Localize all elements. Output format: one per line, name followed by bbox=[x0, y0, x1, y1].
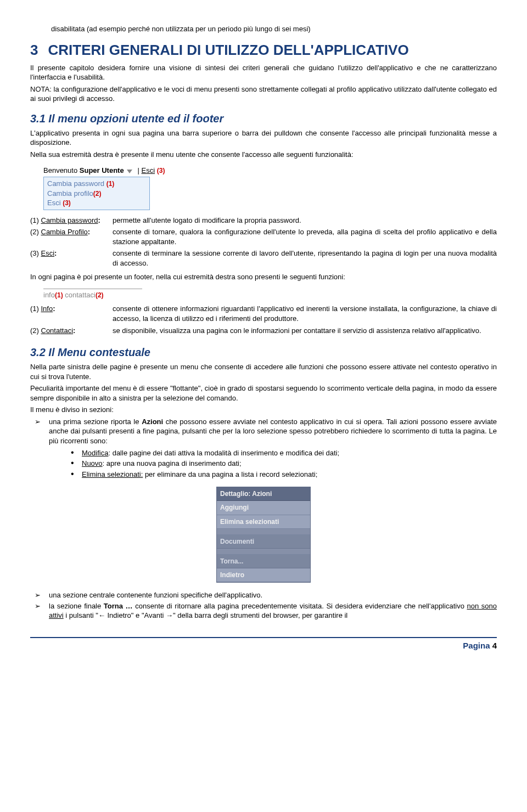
b2-u: Elimina selezionati: bbox=[82, 470, 143, 478]
def1-key: Cambia password bbox=[41, 216, 98, 224]
a3-m1: consente di ritornare alla pagina preced… bbox=[133, 602, 467, 610]
ctx-item-aggiungi[interactable]: Aggiungi bbox=[217, 501, 310, 515]
fdef1-pre: (1) bbox=[30, 304, 41, 313]
ctx-header: Dettaglio: Azioni bbox=[217, 487, 310, 501]
def2-pre: (2) bbox=[30, 228, 41, 236]
page-label: Pagina bbox=[463, 641, 492, 650]
bullet-modifica: Modifica: dalle pagine dei dati attiva l… bbox=[71, 448, 497, 458]
def2-key: Cambia Profilo bbox=[41, 228, 88, 236]
welcome-name: Super Utente bbox=[80, 166, 124, 174]
definitions-2: (1) Info: consente di ottenere informazi… bbox=[30, 304, 497, 337]
annot-3: (3) bbox=[157, 167, 165, 174]
intro-note: NOTA: la configurazione dell'applicativo… bbox=[30, 84, 497, 104]
bullet-elimina: Elimina selezionati: per eliminare da un… bbox=[71, 470, 497, 480]
heading-1: 3CRITERI GENERALI DI UTILIZZO DELL'APPLI… bbox=[30, 41, 497, 60]
annot-3b: (3) bbox=[63, 199, 71, 207]
p8: Il menu è diviso in sezioni: bbox=[30, 405, 497, 415]
section-list-2: una sezione centrale contenente funzioni… bbox=[30, 590, 497, 621]
f-annot-2: (2) bbox=[96, 291, 104, 299]
esci-top-link[interactable]: Esci bbox=[142, 166, 155, 174]
fdef2-post: : bbox=[73, 326, 75, 335]
p6: Nella parte sinistra delle pagine è pres… bbox=[30, 362, 497, 381]
ctx-section-documenti: Documenti bbox=[217, 535, 310, 549]
heading-3-2: 3.2 Il Menu contestuale bbox=[30, 345, 497, 360]
page-footer: Pagina 4 bbox=[30, 637, 497, 651]
def3-post: : bbox=[54, 249, 57, 257]
b2-r: per eliminare da una pagina a lista i re… bbox=[143, 470, 317, 478]
arrow1-bold: Azioni bbox=[142, 418, 163, 426]
b1-r: : apre una nuova pagina di inserimento d… bbox=[103, 459, 242, 467]
fdef1-post: : bbox=[53, 304, 55, 313]
def1-post: : bbox=[98, 216, 100, 224]
fdef2-val: se disponibile, visualizza una pagina co… bbox=[113, 326, 497, 338]
contattaci-link[interactable]: contattaci bbox=[65, 291, 96, 299]
def2-post: : bbox=[88, 228, 90, 236]
user-menu-dropdown: Cambia password (1) Cambia profilo(2) Es… bbox=[43, 177, 150, 210]
bullet-list: Modifica: dalle pagine dei dati attiva l… bbox=[49, 448, 497, 480]
heading-3-1: 3.1 Il menu opzioni utente ed il footer bbox=[30, 111, 497, 126]
fdef1-key: Info bbox=[41, 304, 53, 313]
definitions-1: (1) Cambia password: permette all'utente… bbox=[30, 216, 497, 270]
intro-p1: Il presente capitolo desidera fornire un… bbox=[30, 63, 497, 82]
ctx-separator-2 bbox=[217, 549, 310, 555]
a3-b1: Torna … bbox=[104, 602, 133, 610]
menu-item-cambia-password[interactable]: Cambia password bbox=[47, 179, 104, 188]
def2-val: consente di tornare, qualora la configur… bbox=[113, 227, 497, 249]
def1-val: permette all'utente logato di modificare… bbox=[113, 216, 497, 228]
fdef1-val: consente di ottenere informazioni riguar… bbox=[113, 304, 497, 325]
h1-text: CRITERI GENERALI DI UTILIZZO DELL'APPLIC… bbox=[48, 42, 408, 58]
arrow-item-2: una sezione centrale contenente funzioni… bbox=[32, 590, 497, 600]
menu-item-esci[interactable]: Esci bbox=[47, 199, 61, 207]
p5: In ogni pagina è poi presente un footer,… bbox=[30, 272, 497, 282]
f-annot-1: (1) bbox=[55, 291, 63, 299]
fdef2-key: Contattaci bbox=[41, 326, 74, 335]
b1-u: Nuovo bbox=[82, 459, 103, 467]
bullet-nuovo: Nuovo: apre una nuova pagina di inserime… bbox=[71, 459, 497, 469]
annot-2: (2) bbox=[93, 190, 102, 198]
h1-number: 3 bbox=[30, 42, 38, 58]
b0-r: : dalle pagine dei dati attiva la modali… bbox=[108, 449, 339, 457]
ctx-separator bbox=[217, 529, 310, 535]
welcome-pre: Benvenuto bbox=[43, 166, 80, 174]
a3-pre: la sezione finale bbox=[49, 602, 104, 610]
arrow-item-3: la sezione finale Torna … consente di ri… bbox=[32, 601, 497, 621]
p7: Peculiarità importante del menu è di ess… bbox=[30, 384, 497, 403]
annot-1: (1) bbox=[106, 180, 115, 188]
ctx-item-elimina[interactable]: Elimina selezionati bbox=[217, 515, 310, 529]
arrow1-pre: una prima sezione riporta le bbox=[49, 418, 142, 426]
def1-pre: (1) bbox=[30, 216, 41, 224]
orphan-line: disabilitata (ad esempio perché non util… bbox=[51, 24, 497, 34]
def3-val: consente di terminare la sessione corren… bbox=[113, 249, 497, 270]
p4: Nella sua estremità destra è presente il… bbox=[30, 150, 497, 160]
def3-pre: (3) bbox=[30, 249, 41, 257]
ctx-item-indietro[interactable]: Indietro bbox=[217, 568, 310, 582]
p3: L'applicativo presenta in ogni sua pagin… bbox=[30, 128, 497, 148]
user-menu-screenshot: Benvenuto Super Utente | Esci (3) Cambia… bbox=[43, 166, 497, 210]
info-link[interactable]: info bbox=[43, 291, 55, 299]
context-menu-screenshot: Dettaglio: Azioni Aggiungi Elimina selez… bbox=[30, 487, 497, 583]
section-list: una prima sezione riporta le Azioni che … bbox=[30, 417, 497, 479]
def3-key: Esci bbox=[41, 249, 55, 257]
footer-screenshot: info(1)contattaci(2) bbox=[43, 289, 142, 300]
menu-item-cambia-profilo[interactable]: Cambia profilo bbox=[47, 189, 93, 198]
ctx-section-torna: Torna... bbox=[217, 555, 310, 568]
chevron-down-icon bbox=[127, 170, 132, 173]
arrow-item-1: una prima sezione riporta le Azioni che … bbox=[32, 417, 497, 479]
fdef2-pre: (2) bbox=[30, 326, 41, 335]
page-number: 4 bbox=[492, 641, 497, 650]
a3-m2: i pulsanti "← Indietro" e "Avanti →" del… bbox=[64, 611, 348, 619]
b0-u: Modifica bbox=[82, 449, 108, 457]
